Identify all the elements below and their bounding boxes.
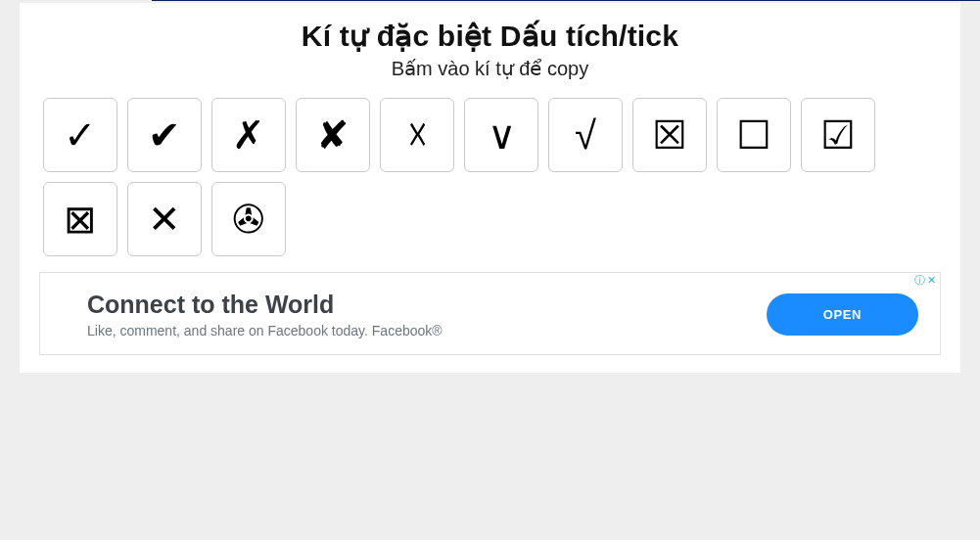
page-subtitle: Bấm vào kí tự để copy [39,57,941,80]
symbol-cell-ballot-box-check[interactable]: ☑ [801,98,875,172]
page-title: Kí tự đặc biệt Dấu tích/tick [39,19,941,53]
symbol-cell-multiplication-x[interactable]: ✕ [127,182,202,256]
ad-text: Connect to the World Like, comment, and … [87,291,767,338]
main-panel: Kí tự đặc biệt Dấu tích/tick Bấm vào kí … [20,3,960,373]
ad-title[interactable]: Connect to the World [87,291,767,319]
ad-description: Like, comment, and share on Facebook tod… [87,323,767,338]
symbol-cell-heavy-ballot-x[interactable]: ✘ [296,98,370,172]
symbol-cell-ballot-box[interactable]: ☐ [717,98,791,172]
symbol-cell-square-root[interactable]: √ [548,98,623,172]
symbol-cell-heavy-check-mark[interactable]: ✔ [127,98,202,172]
ad-info-icon[interactable]: ⓘ [914,275,925,286]
symbol-cell-squared-cross[interactable]: ⊠ [43,182,117,256]
ad-close-icon[interactable]: ✕ [927,275,936,286]
symbol-cell-check-mark[interactable]: ✓ [43,98,117,172]
ad-open-button[interactable]: OPEN [767,293,918,336]
symbol-cell-ballot-x[interactable]: ✗ [211,98,286,172]
symbol-cell-ballot-box-x[interactable]: ☒ [632,98,707,172]
symbol-cell-saltire[interactable]: ☓ [380,98,454,172]
ad-banner: ⓘ ✕ Connect to the World Like, comment, … [39,272,941,355]
symbol-cell-logical-or[interactable]: ∨ [464,98,538,172]
ad-info-controls[interactable]: ⓘ ✕ [914,275,936,286]
symbol-cell-wheel-symbol[interactable]: ✇ [211,182,286,256]
symbol-grid: ✓✔✗✘☓∨√☒☐☑⊠✕✇ [39,98,941,268]
